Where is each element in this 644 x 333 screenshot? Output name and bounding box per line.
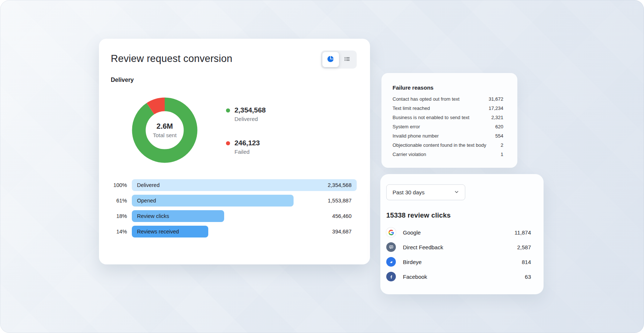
funnel-track: Reviews received 394,687 bbox=[132, 226, 357, 237]
table-row: Contact has opted out from text 31,672 bbox=[393, 96, 503, 102]
funnel-row-delivered: 100% Delivered 2,354,568 bbox=[111, 179, 357, 191]
funnel-bar-label: Review clicks bbox=[137, 213, 169, 219]
table-row: Text limit reached 17,234 bbox=[393, 105, 503, 111]
legend-entry-failed: 246,123 Failed bbox=[226, 139, 266, 155]
failure-value: 2 bbox=[501, 142, 503, 148]
table-row: System error 620 bbox=[393, 124, 503, 129]
failure-value: 554 bbox=[495, 133, 503, 139]
conversion-funnel-chart: 100% Delivered 2,354,568 61% Opened 1,55… bbox=[111, 179, 357, 237]
google-icon bbox=[386, 228, 396, 237]
legend-entry-delivered: 2,354,568 Delivered bbox=[226, 106, 266, 122]
period-select-value: Past 30 days bbox=[393, 189, 425, 195]
funnel-track: Delivered 2,354,568 bbox=[132, 179, 357, 191]
funnel-value: 2,354,568 bbox=[328, 182, 352, 188]
facebook-icon bbox=[386, 272, 396, 281]
list-view-button[interactable] bbox=[339, 52, 356, 67]
chart-view-toggle bbox=[321, 51, 357, 69]
dashboard-background: Review request conversion bbox=[0, 0, 644, 333]
funnel-value: 456,460 bbox=[332, 213, 352, 219]
delivered-value: 2,354,568 bbox=[234, 106, 266, 114]
failed-value: 246,123 bbox=[234, 139, 260, 147]
funnel-percent: 100% bbox=[111, 182, 127, 188]
period-select[interactable]: Past 30 days bbox=[386, 184, 465, 200]
failed-dot-icon bbox=[226, 141, 230, 145]
funnel-row-review-clicks: 18% Review clicks 456,460 bbox=[111, 210, 357, 222]
review-clicks-heading: 15338 review clicks bbox=[386, 211, 531, 219]
review-clicks-list: Google 11,874 Direct Feedback 2,587 bbox=[386, 225, 531, 284]
funnel-row-opened: 61% Opened 1,553,887 bbox=[111, 195, 357, 207]
pie-chart-icon bbox=[327, 55, 334, 64]
funnel-track: Review clicks 456,460 bbox=[132, 210, 357, 222]
failure-label: System error bbox=[393, 124, 491, 129]
failure-reasons-title: Failure reasons bbox=[393, 84, 503, 91]
failure-label: Carrier violation bbox=[393, 152, 496, 157]
failure-value: 17,234 bbox=[489, 105, 503, 111]
failure-label: Text limit reached bbox=[393, 105, 484, 111]
total-sent-label: Total sent bbox=[153, 132, 177, 138]
delivered-dot-icon bbox=[226, 108, 230, 112]
funnel-bar[interactable]: Delivered bbox=[132, 179, 357, 191]
bulleted-list-icon bbox=[343, 55, 351, 64]
list-item: Facebook 63 bbox=[386, 269, 531, 284]
pie-view-button[interactable] bbox=[322, 52, 339, 67]
source-label: Facebook bbox=[403, 274, 427, 280]
funnel-bar-label: Opened bbox=[137, 198, 156, 204]
funnel-value: 1,553,887 bbox=[328, 198, 352, 204]
source-label: Direct Feedback bbox=[403, 244, 443, 250]
source-value: 63 bbox=[525, 274, 531, 280]
card-header: Review request conversion bbox=[111, 51, 357, 69]
funnel-percent: 61% bbox=[111, 198, 127, 204]
failure-value: 2,321 bbox=[491, 115, 503, 120]
review-request-conversion-card: Review request conversion bbox=[99, 39, 370, 264]
list-item: Birdeye 814 bbox=[386, 254, 531, 269]
funnel-bar-label: Delivered bbox=[137, 182, 160, 188]
failure-value: 620 bbox=[495, 124, 503, 129]
funnel-bar[interactable]: Reviews received bbox=[132, 226, 208, 237]
source-label: Birdeye bbox=[403, 259, 422, 265]
failed-label: Failed bbox=[234, 149, 260, 155]
birdeye-icon bbox=[386, 257, 396, 267]
table-row: Business is not enabled to send text 2,3… bbox=[393, 115, 503, 120]
source-value: 814 bbox=[522, 259, 531, 265]
donut-center-label: 2.6M Total sent bbox=[132, 97, 198, 163]
delivery-donut-chart[interactable]: 2.6M Total sent bbox=[132, 97, 198, 163]
failure-label: Objectionable content found in the text … bbox=[393, 142, 496, 148]
donut-legend: 2,354,568 Delivered 246,123 Failed bbox=[226, 97, 266, 163]
failure-value: 31,672 bbox=[489, 96, 503, 102]
delivery-donut-section: 2.6M Total sent 2,354,568 Delivered 246,… bbox=[111, 97, 357, 163]
failure-value: 1 bbox=[501, 152, 503, 157]
funnel-track: Opened 1,553,887 bbox=[132, 195, 357, 207]
failure-label: Contact has opted out from text bbox=[393, 96, 484, 102]
funnel-row-reviews-received: 14% Reviews received 394,687 bbox=[111, 226, 357, 237]
funnel-percent: 18% bbox=[111, 213, 127, 219]
list-item: Google 11,874 bbox=[386, 225, 531, 240]
total-sent-value: 2.6M bbox=[157, 122, 173, 131]
table-row: Carrier violation 1 bbox=[393, 152, 503, 157]
table-row: Objectionable content found in the text … bbox=[393, 142, 503, 148]
failure-reasons-card: Failure reasons Contact has opted out fr… bbox=[381, 73, 517, 168]
chevron-down-icon bbox=[454, 189, 459, 196]
review-clicks-card: Past 30 days 15338 review clicks Google … bbox=[380, 174, 544, 294]
funnel-percent: 14% bbox=[111, 229, 127, 235]
source-label: Google bbox=[403, 229, 421, 236]
direct-feedback-icon bbox=[386, 242, 396, 252]
funnel-bar[interactable]: Opened bbox=[132, 195, 294, 207]
delivery-section-label: Delivery bbox=[111, 77, 357, 83]
delivered-label: Delivered bbox=[234, 116, 266, 122]
list-item: Direct Feedback 2,587 bbox=[386, 240, 531, 254]
funnel-bar-label: Reviews received bbox=[137, 229, 179, 235]
card-title: Review request conversion bbox=[111, 51, 232, 65]
failure-label: Business is not enabled to send text bbox=[393, 115, 487, 120]
funnel-bar[interactable]: Review clicks bbox=[132, 210, 224, 222]
funnel-value: 394,687 bbox=[332, 229, 352, 235]
failure-label: Invalid phone number bbox=[393, 133, 491, 139]
source-value: 2,587 bbox=[517, 244, 531, 250]
table-row: Invalid phone number 554 bbox=[393, 133, 503, 139]
source-value: 11,874 bbox=[514, 229, 531, 236]
